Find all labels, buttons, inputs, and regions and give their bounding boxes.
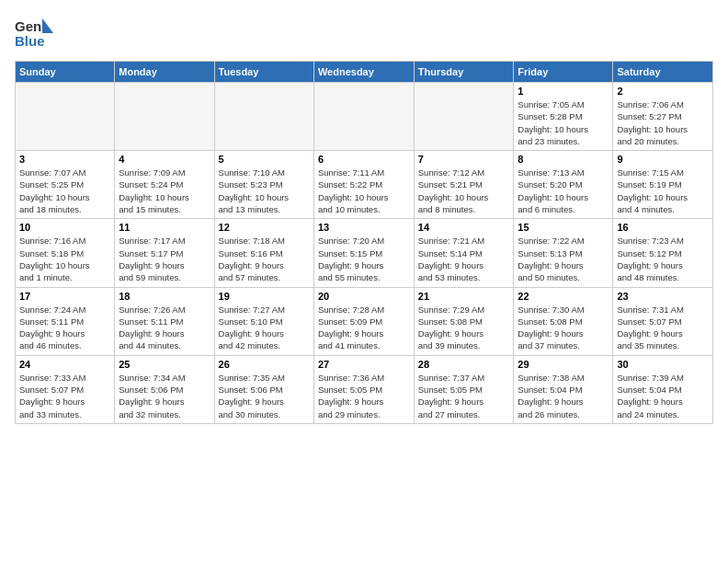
day-info: Sunrise: 7:37 AM Sunset: 5:05 PM Dayligh… (418, 372, 510, 420)
day-info: Sunrise: 7:27 AM Sunset: 5:10 PM Dayligh… (219, 304, 310, 352)
calendar-cell: 24Sunrise: 7:33 AM Sunset: 5:07 PM Dayli… (16, 355, 115, 423)
calendar-cell: 17Sunrise: 7:24 AM Sunset: 5:11 PM Dayli… (16, 287, 115, 355)
calendar-cell: 18Sunrise: 7:26 AM Sunset: 5:11 PM Dayli… (115, 287, 214, 355)
day-info: Sunrise: 7:20 AM Sunset: 5:15 PM Dayligh… (318, 235, 410, 283)
calendar-cell: 21Sunrise: 7:29 AM Sunset: 5:08 PM Dayli… (414, 287, 514, 355)
day-info: Sunrise: 7:34 AM Sunset: 5:06 PM Dayligh… (119, 372, 210, 420)
weekday-header-wednesday: Wednesday (313, 62, 414, 83)
day-info: Sunrise: 7:39 AM Sunset: 5:04 PM Dayligh… (617, 372, 709, 420)
calendar-cell: 19Sunrise: 7:27 AM Sunset: 5:10 PM Dayli… (214, 287, 313, 355)
svg-text:Gen: Gen (15, 18, 41, 34)
day-info: Sunrise: 7:09 AM Sunset: 5:24 PM Dayligh… (119, 167, 210, 215)
calendar-cell: 30Sunrise: 7:39 AM Sunset: 5:04 PM Dayli… (613, 355, 713, 423)
calendar-cell: 14Sunrise: 7:21 AM Sunset: 5:14 PM Dayli… (414, 219, 514, 287)
day-info: Sunrise: 7:13 AM Sunset: 5:20 PM Dayligh… (518, 167, 609, 215)
week-row-4: 17Sunrise: 7:24 AM Sunset: 5:11 PM Dayli… (16, 287, 713, 355)
day-number: 25 (119, 359, 210, 370)
day-number: 3 (19, 154, 110, 165)
day-number: 15 (518, 222, 609, 233)
calendar-cell: 9Sunrise: 7:15 AM Sunset: 5:19 PM Daylig… (613, 151, 713, 219)
day-info: Sunrise: 7:10 AM Sunset: 5:23 PM Dayligh… (219, 167, 310, 215)
day-number: 10 (19, 222, 110, 233)
calendar-cell: 4Sunrise: 7:09 AM Sunset: 5:24 PM Daylig… (115, 151, 214, 219)
svg-marker-2 (42, 18, 53, 33)
day-info: Sunrise: 7:29 AM Sunset: 5:08 PM Dayligh… (418, 304, 510, 352)
day-info: Sunrise: 7:16 AM Sunset: 5:18 PM Dayligh… (19, 235, 110, 283)
calendar-cell: 12Sunrise: 7:18 AM Sunset: 5:16 PM Dayli… (214, 219, 313, 287)
calendar-cell: 29Sunrise: 7:38 AM Sunset: 5:04 PM Dayli… (514, 355, 613, 423)
day-number: 30 (617, 359, 709, 370)
week-row-2: 3Sunrise: 7:07 AM Sunset: 5:25 PM Daylig… (16, 151, 713, 219)
calendar-cell: 15Sunrise: 7:22 AM Sunset: 5:13 PM Dayli… (514, 219, 613, 287)
day-number: 1 (518, 86, 609, 97)
day-number: 23 (617, 291, 709, 302)
calendar-cell: 13Sunrise: 7:20 AM Sunset: 5:15 PM Dayli… (313, 219, 414, 287)
day-number: 13 (318, 222, 410, 233)
day-info: Sunrise: 7:31 AM Sunset: 5:07 PM Dayligh… (617, 304, 709, 352)
calendar-cell: 20Sunrise: 7:28 AM Sunset: 5:09 PM Dayli… (313, 287, 414, 355)
day-info: Sunrise: 7:05 AM Sunset: 5:28 PM Dayligh… (518, 98, 609, 147)
day-number: 18 (119, 291, 210, 302)
day-info: Sunrise: 7:28 AM Sunset: 5:09 PM Dayligh… (318, 304, 410, 352)
calendar-cell: 10Sunrise: 7:16 AM Sunset: 5:18 PM Dayli… (16, 219, 115, 287)
day-number: 6 (318, 154, 410, 165)
calendar-cell: 26Sunrise: 7:35 AM Sunset: 5:06 PM Dayli… (214, 355, 313, 423)
calendar-cell: 2Sunrise: 7:06 AM Sunset: 5:27 PM Daylig… (613, 83, 713, 151)
day-info: Sunrise: 7:18 AM Sunset: 5:16 PM Dayligh… (219, 235, 310, 283)
day-info: Sunrise: 7:12 AM Sunset: 5:21 PM Dayligh… (418, 167, 510, 215)
calendar-cell: 28Sunrise: 7:37 AM Sunset: 5:05 PM Dayli… (414, 355, 514, 423)
weekday-header-monday: Monday (115, 62, 214, 83)
day-number: 24 (19, 359, 110, 370)
day-number: 20 (318, 291, 410, 302)
calendar-cell: 6Sunrise: 7:11 AM Sunset: 5:22 PM Daylig… (313, 151, 414, 219)
day-info: Sunrise: 7:15 AM Sunset: 5:19 PM Dayligh… (617, 167, 709, 215)
logo-svg: GenBlue (15, 15, 53, 53)
calendar-cell (214, 83, 313, 151)
day-number: 22 (518, 291, 609, 302)
day-number: 19 (219, 291, 310, 302)
calendar-cell (313, 83, 414, 151)
day-info: Sunrise: 7:26 AM Sunset: 5:11 PM Dayligh… (119, 304, 210, 352)
day-number: 26 (219, 359, 310, 370)
day-info: Sunrise: 7:33 AM Sunset: 5:07 PM Dayligh… (19, 372, 110, 420)
day-number: 16 (617, 222, 709, 233)
calendar-cell (16, 83, 115, 151)
header: GenBlue (15, 15, 713, 53)
day-info: Sunrise: 7:06 AM Sunset: 5:27 PM Dayligh… (617, 98, 709, 147)
calendar: SundayMondayTuesdayWednesdayThursdayFrid… (15, 61, 713, 424)
svg-text:Blue: Blue (15, 33, 45, 49)
day-number: 17 (19, 291, 110, 302)
calendar-cell: 22Sunrise: 7:30 AM Sunset: 5:08 PM Dayli… (514, 287, 613, 355)
day-number: 11 (119, 222, 210, 233)
calendar-cell (115, 83, 214, 151)
week-row-1: 1Sunrise: 7:05 AM Sunset: 5:28 PM Daylig… (16, 83, 713, 151)
day-number: 21 (418, 291, 510, 302)
day-info: Sunrise: 7:22 AM Sunset: 5:13 PM Dayligh… (518, 235, 609, 283)
day-number: 7 (418, 154, 510, 165)
weekday-header-row: SundayMondayTuesdayWednesdayThursdayFrid… (16, 62, 713, 83)
day-number: 2 (617, 86, 709, 97)
calendar-cell (414, 83, 514, 151)
calendar-cell: 23Sunrise: 7:31 AM Sunset: 5:07 PM Dayli… (613, 287, 713, 355)
day-info: Sunrise: 7:23 AM Sunset: 5:12 PM Dayligh… (617, 235, 709, 283)
day-info: Sunrise: 7:38 AM Sunset: 5:04 PM Dayligh… (518, 372, 609, 420)
weekday-header-saturday: Saturday (613, 62, 713, 83)
calendar-cell: 25Sunrise: 7:34 AM Sunset: 5:06 PM Dayli… (115, 355, 214, 423)
weekday-header-friday: Friday (514, 62, 613, 83)
calendar-cell: 8Sunrise: 7:13 AM Sunset: 5:20 PM Daylig… (514, 151, 613, 219)
day-info: Sunrise: 7:07 AM Sunset: 5:25 PM Dayligh… (19, 167, 110, 215)
weekday-header-sunday: Sunday (16, 62, 115, 83)
calendar-cell: 7Sunrise: 7:12 AM Sunset: 5:21 PM Daylig… (414, 151, 514, 219)
day-info: Sunrise: 7:21 AM Sunset: 5:14 PM Dayligh… (418, 235, 510, 283)
day-number: 12 (219, 222, 310, 233)
calendar-cell: 1Sunrise: 7:05 AM Sunset: 5:28 PM Daylig… (514, 83, 613, 151)
day-number: 4 (119, 154, 210, 165)
day-number: 14 (418, 222, 510, 233)
day-number: 8 (518, 154, 609, 165)
day-info: Sunrise: 7:36 AM Sunset: 5:05 PM Dayligh… (318, 372, 410, 420)
day-number: 9 (617, 154, 709, 165)
day-info: Sunrise: 7:35 AM Sunset: 5:06 PM Dayligh… (219, 372, 310, 420)
day-info: Sunrise: 7:17 AM Sunset: 5:17 PM Dayligh… (119, 235, 210, 283)
day-info: Sunrise: 7:30 AM Sunset: 5:08 PM Dayligh… (518, 304, 609, 352)
day-info: Sunrise: 7:24 AM Sunset: 5:11 PM Dayligh… (19, 304, 110, 352)
